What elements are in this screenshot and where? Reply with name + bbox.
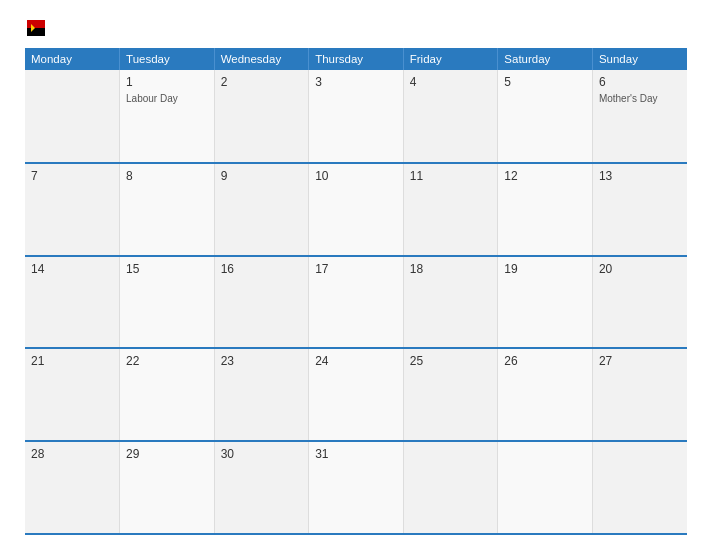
weekday-header: Monday [25, 48, 120, 70]
calendar-day-cell: 2 [214, 70, 309, 163]
calendar-day-cell: 15 [120, 256, 215, 349]
calendar-day-cell: 14 [25, 256, 120, 349]
weekday-header: Thursday [309, 48, 404, 70]
day-number: 25 [410, 354, 492, 368]
calendar-day-cell: 17 [309, 256, 404, 349]
day-number: 27 [599, 354, 681, 368]
logo-flag-icon [27, 20, 45, 36]
calendar-day-cell: 24 [309, 348, 404, 441]
calendar-week-row: 21222324252627 [25, 348, 687, 441]
calendar-day-cell: 19 [498, 256, 593, 349]
day-number: 6 [599, 75, 681, 89]
calendar-day-cell: 22 [120, 348, 215, 441]
calendar-day-cell [498, 441, 593, 534]
day-number: 17 [315, 262, 397, 276]
calendar-day-cell: 11 [403, 163, 498, 256]
calendar-week-row: 14151617181920 [25, 256, 687, 349]
day-number: 26 [504, 354, 586, 368]
calendar-day-cell: 9 [214, 163, 309, 256]
calendar-day-cell: 6Mother's Day [592, 70, 687, 163]
day-number: 29 [126, 447, 208, 461]
day-number: 3 [315, 75, 397, 89]
holiday-label: Labour Day [126, 92, 208, 105]
weekday-header: Tuesday [120, 48, 215, 70]
day-number: 14 [31, 262, 113, 276]
logo [25, 20, 45, 36]
calendar-day-cell: 1Labour Day [120, 70, 215, 163]
weekday-header: Saturday [498, 48, 593, 70]
day-number: 7 [31, 169, 113, 183]
calendar-day-cell: 23 [214, 348, 309, 441]
day-number: 30 [221, 447, 303, 461]
day-number: 24 [315, 354, 397, 368]
day-number: 5 [504, 75, 586, 89]
calendar-day-cell: 3 [309, 70, 404, 163]
day-number: 8 [126, 169, 208, 183]
calendar-day-cell: 29 [120, 441, 215, 534]
day-number: 9 [221, 169, 303, 183]
calendar-header-row: MondayTuesdayWednesdayThursdayFridaySatu… [25, 48, 687, 70]
day-number: 18 [410, 262, 492, 276]
day-number: 10 [315, 169, 397, 183]
calendar-week-row: 1Labour Day23456Mother's Day [25, 70, 687, 163]
svg-rect-1 [27, 28, 45, 36]
day-number: 12 [504, 169, 586, 183]
calendar-day-cell [25, 70, 120, 163]
calendar-day-cell: 26 [498, 348, 593, 441]
day-number: 28 [31, 447, 113, 461]
calendar-day-cell: 5 [498, 70, 593, 163]
calendar-day-cell: 20 [592, 256, 687, 349]
day-number: 4 [410, 75, 492, 89]
svg-rect-0 [27, 20, 45, 28]
day-number: 21 [31, 354, 113, 368]
calendar-table: MondayTuesdayWednesdayThursdayFridaySatu… [25, 48, 687, 535]
calendar-week-row: 28293031 [25, 441, 687, 534]
day-number: 13 [599, 169, 681, 183]
day-number: 15 [126, 262, 208, 276]
calendar-day-cell: 8 [120, 163, 215, 256]
calendar-day-cell: 13 [592, 163, 687, 256]
calendar-day-cell: 25 [403, 348, 498, 441]
calendar-week-row: 78910111213 [25, 163, 687, 256]
holiday-label: Mother's Day [599, 92, 681, 105]
calendar-day-cell: 27 [592, 348, 687, 441]
day-number: 2 [221, 75, 303, 89]
calendar-day-cell [403, 441, 498, 534]
calendar-day-cell: 31 [309, 441, 404, 534]
header [25, 20, 687, 36]
day-number: 19 [504, 262, 586, 276]
calendar-day-cell [592, 441, 687, 534]
calendar-day-cell: 30 [214, 441, 309, 534]
calendar-day-cell: 28 [25, 441, 120, 534]
day-number: 31 [315, 447, 397, 461]
day-number: 16 [221, 262, 303, 276]
calendar-page: MondayTuesdayWednesdayThursdayFridaySatu… [0, 0, 712, 550]
day-number: 20 [599, 262, 681, 276]
calendar-day-cell: 10 [309, 163, 404, 256]
calendar-day-cell: 16 [214, 256, 309, 349]
day-number: 22 [126, 354, 208, 368]
day-number: 1 [126, 75, 208, 89]
day-number: 23 [221, 354, 303, 368]
day-number: 11 [410, 169, 492, 183]
calendar-day-cell: 7 [25, 163, 120, 256]
calendar-day-cell: 18 [403, 256, 498, 349]
weekday-header: Friday [403, 48, 498, 70]
weekday-header: Wednesday [214, 48, 309, 70]
calendar-day-cell: 4 [403, 70, 498, 163]
calendar-day-cell: 21 [25, 348, 120, 441]
calendar-day-cell: 12 [498, 163, 593, 256]
weekday-header: Sunday [592, 48, 687, 70]
